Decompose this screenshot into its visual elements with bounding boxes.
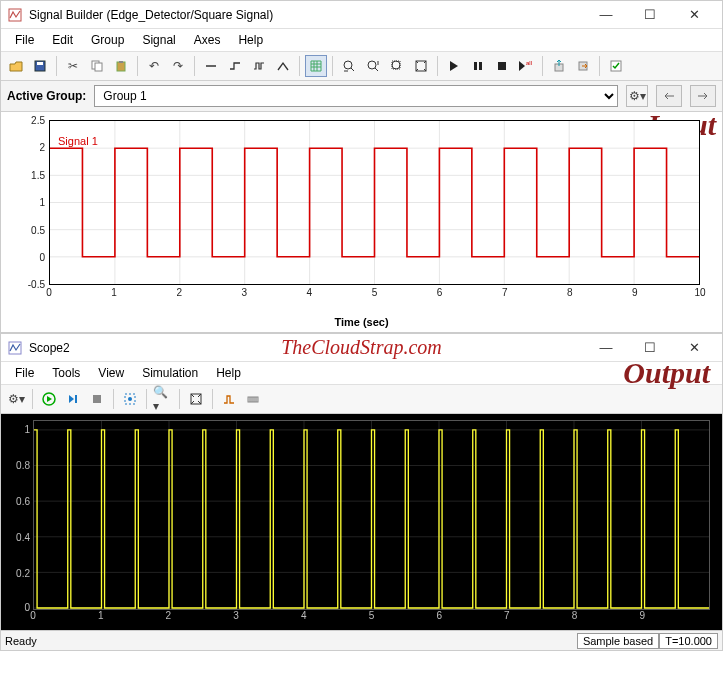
ramp-seg-icon[interactable] (272, 55, 294, 77)
run-all-icon[interactable]: all (515, 55, 537, 77)
paste-icon[interactable] (110, 55, 132, 77)
svg-point-9 (392, 61, 400, 69)
scope-zoom-icon[interactable]: 🔍▾ (152, 388, 174, 410)
signal-builder-window: Signal Builder (Edge_Detector/Square Sig… (0, 0, 723, 333)
scope-xtick: 7 (497, 610, 517, 621)
scope-menu-simulation[interactable]: Simulation (134, 364, 206, 382)
scope-ytick: 0.8 (8, 460, 30, 471)
menu-help[interactable]: Help (230, 31, 271, 49)
menu-signal[interactable]: Signal (134, 31, 183, 49)
scope-statusbar: Ready Sample based T=10.000 (1, 630, 722, 650)
undo-icon[interactable]: ↶ (143, 55, 165, 77)
svg-rect-6 (119, 61, 123, 63)
ytick: 0 (17, 252, 45, 263)
scope-run-icon[interactable] (38, 388, 60, 410)
scope-xtick: 3 (226, 610, 246, 621)
scope-ytick: 0.6 (8, 496, 30, 507)
zoom-in-x-icon[interactable] (338, 55, 360, 77)
maximize-button[interactable]: ☐ (628, 1, 672, 29)
output-axes[interactable]: 1 0.8 0.6 0.4 0.2 0 (33, 420, 710, 610)
export-up-icon[interactable] (548, 55, 570, 77)
xtick: 8 (560, 287, 580, 298)
scope-menubar: File Tools View Simulation Help Output (1, 362, 722, 385)
svg-text:all: all (526, 60, 532, 66)
scope-menu-tools[interactable]: Tools (44, 364, 88, 382)
save-icon[interactable] (29, 55, 51, 77)
ytick: 2 (17, 142, 45, 153)
app-icon (7, 7, 23, 23)
svg-point-7 (344, 61, 352, 69)
svg-rect-13 (479, 62, 482, 70)
scope-xtick: 6 (429, 610, 449, 621)
scope-titlebar: Scope2 TheCloudStrap.com — ☐ ✕ (1, 334, 722, 362)
scope-xtick: 2 (158, 610, 178, 621)
grid-icon[interactable] (305, 55, 327, 77)
group-select[interactable]: Group 1 (94, 85, 618, 107)
open-icon[interactable] (5, 55, 27, 77)
signal-builder-titlebar: Signal Builder (Edge_Detector/Square Sig… (1, 1, 722, 29)
scope-config-icon[interactable]: ⚙▾ (5, 388, 27, 410)
scope-app-icon (7, 340, 23, 356)
stop-icon[interactable] (491, 55, 513, 77)
scope-autoscale-icon[interactable] (185, 388, 207, 410)
xtick: 2 (169, 287, 189, 298)
close-button[interactable]: ✕ (672, 1, 716, 29)
output-annotation: Output (623, 356, 710, 390)
xtick: 4 (299, 287, 319, 298)
move-left-icon[interactable] (656, 85, 682, 107)
scope-ytick: 1 (8, 424, 30, 435)
svg-point-8 (368, 61, 376, 69)
gear-icon[interactable]: ⚙▾ (626, 85, 648, 107)
fit-icon[interactable] (410, 55, 432, 77)
ytick: 2.5 (17, 115, 45, 126)
scope-triggers-icon[interactable] (218, 388, 240, 410)
svg-rect-14 (498, 62, 506, 70)
scope-measurements-icon[interactable] (242, 388, 264, 410)
menu-edit[interactable]: Edit (44, 31, 81, 49)
svg-point-38 (128, 397, 132, 401)
scope-menu-file[interactable]: File (7, 364, 42, 382)
pulse-seg-icon[interactable] (248, 55, 270, 77)
xtick: 3 (234, 287, 254, 298)
menu-file[interactable]: File (7, 31, 42, 49)
input-axes[interactable]: Signal 1 (49, 120, 700, 285)
scope-xtick: 4 (294, 610, 314, 621)
signal-builder-menubar: File Edit Group Signal Axes Help (1, 29, 722, 52)
constant-seg-icon[interactable] (200, 55, 222, 77)
scope-menu-help[interactable]: Help (208, 364, 249, 382)
xtick: 7 (495, 287, 515, 298)
status-time: T=10.000 (659, 633, 718, 649)
minimize-button[interactable]: — (584, 1, 628, 29)
zoom-xy-icon[interactable] (386, 55, 408, 77)
scope-stop-icon[interactable] (86, 388, 108, 410)
export-arrow-icon[interactable] (572, 55, 594, 77)
play-icon[interactable] (443, 55, 465, 77)
zoom-in-y-icon[interactable] (362, 55, 384, 77)
cut-icon[interactable]: ✂ (62, 55, 84, 77)
svg-rect-5 (117, 62, 125, 71)
active-group-row: Active Group: Group 1 ⚙▾ (1, 81, 722, 112)
move-right-icon[interactable] (690, 85, 716, 107)
scope-menu-view[interactable]: View (90, 364, 132, 382)
scope-xtick: 9 (632, 610, 652, 621)
menu-group[interactable]: Group (83, 31, 132, 49)
svg-rect-36 (93, 395, 101, 403)
watermark-text: TheCloudStrap.com (281, 336, 442, 359)
verify-icon[interactable] (605, 55, 627, 77)
menu-axes[interactable]: Axes (186, 31, 229, 49)
step-seg-icon[interactable] (224, 55, 246, 77)
redo-icon[interactable]: ↷ (167, 55, 189, 77)
scope-step-icon[interactable] (62, 388, 84, 410)
pause-icon[interactable] (467, 55, 489, 77)
copy-icon[interactable] (86, 55, 108, 77)
signal-label: Signal 1 (58, 135, 98, 147)
signal-builder-title: Signal Builder (Edge_Detector/Square Sig… (29, 8, 584, 22)
scope-minimize-button[interactable]: — (584, 334, 628, 362)
scope-xtick: 5 (362, 610, 382, 621)
signal-chart-area: Input (1, 112, 722, 332)
status-mode: Sample based (577, 633, 659, 649)
xtick: 6 (430, 287, 450, 298)
svg-rect-2 (37, 62, 43, 65)
scope-highlight-icon[interactable] (119, 388, 141, 410)
signal-builder-toolbar: ✂ ↶ ↷ all (1, 52, 722, 81)
